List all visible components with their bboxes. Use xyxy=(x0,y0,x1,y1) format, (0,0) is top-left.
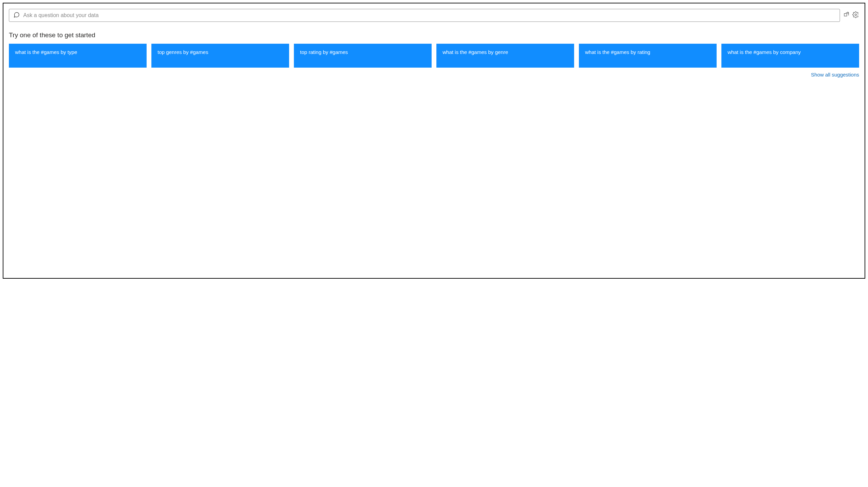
search-container[interactable] xyxy=(9,9,840,22)
suggestion-card[interactable]: top genres by #games xyxy=(151,44,289,68)
suggestion-card[interactable]: what is the #games by rating xyxy=(579,44,717,68)
suggestion-card-label: top rating by #games xyxy=(300,48,348,56)
suggestion-card-label: what is the #games by type xyxy=(15,48,77,56)
suggestion-card[interactable]: what is the #games by type xyxy=(9,44,147,68)
svg-rect-0 xyxy=(844,14,847,16)
show-all-row: Show all suggestions xyxy=(9,72,859,78)
suggestion-card[interactable]: what is the #games by company xyxy=(721,44,859,68)
suggestion-card-label: top genres by #games xyxy=(158,48,208,56)
search-input[interactable] xyxy=(23,12,836,18)
toolbar-icons xyxy=(843,11,859,19)
qa-panel: Try one of these to get started what is … xyxy=(3,3,865,279)
suggestion-cards-row: what is the #games by type top genres by… xyxy=(9,44,859,68)
suggestion-card[interactable]: top rating by #games xyxy=(294,44,432,68)
suggestion-card[interactable]: what is the #games by genre xyxy=(436,44,574,68)
show-all-suggestions-link[interactable]: Show all suggestions xyxy=(811,72,859,78)
section-title: Try one of these to get started xyxy=(9,31,859,39)
suggestion-card-label: what is the #games by company xyxy=(728,48,801,56)
suggestion-card-label: what is the #games by genre xyxy=(443,48,508,56)
search-row xyxy=(9,9,859,22)
chat-icon xyxy=(13,12,20,19)
settings-icon[interactable] xyxy=(852,11,859,19)
suggestion-card-label: what is the #games by rating xyxy=(585,48,650,56)
svg-point-1 xyxy=(855,14,857,16)
convert-visual-icon[interactable] xyxy=(843,11,850,19)
